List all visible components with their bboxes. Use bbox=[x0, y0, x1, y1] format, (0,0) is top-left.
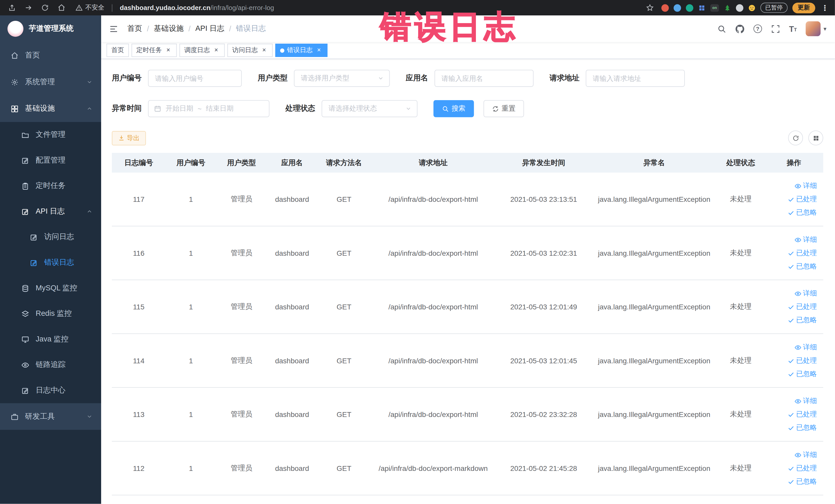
sidebar-item-link-tracing[interactable]: 链路追踪 bbox=[0, 352, 101, 378]
tab-error-log[interactable]: 错误日志 × bbox=[276, 44, 328, 57]
sidebar-item-label: 访问日志 bbox=[44, 232, 74, 242]
process-status-select[interactable]: 请选择处理状态 bbox=[322, 100, 418, 117]
action-detail[interactable]: 详细 bbox=[794, 181, 817, 190]
close-icon[interactable]: × bbox=[212, 47, 220, 54]
extension-icon[interactable] bbox=[724, 4, 731, 12]
action-ignored[interactable]: 已忽略 bbox=[788, 262, 817, 271]
user-type-select[interactable]: 请选择用户类型 bbox=[294, 70, 390, 87]
edit-icon bbox=[30, 259, 38, 266]
close-icon[interactable]: × bbox=[260, 47, 268, 54]
tab-home[interactable]: 首页 bbox=[106, 44, 129, 57]
sidebar-item-mysql-monitor[interactable]: MySQL 监控 bbox=[0, 276, 101, 301]
breadcrumb-item[interactable]: 基础设施 bbox=[154, 24, 184, 33]
action-detail[interactable]: 详细 bbox=[794, 343, 817, 352]
breadcrumb-separator bbox=[147, 24, 149, 33]
forward-icon[interactable] bbox=[24, 4, 32, 12]
extension-icon[interactable] bbox=[698, 4, 706, 12]
extension-icon-on[interactable]: on bbox=[710, 4, 719, 12]
refresh-table-button[interactable] bbox=[788, 130, 803, 145]
tab-label: 首页 bbox=[111, 46, 124, 55]
breadcrumb-item[interactable]: 首页 bbox=[127, 24, 142, 33]
close-icon[interactable]: × bbox=[315, 47, 323, 54]
fullscreen-icon[interactable] bbox=[771, 24, 780, 33]
action-detail[interactable]: 详细 bbox=[794, 396, 817, 406]
action-detail[interactable]: 详细 bbox=[794, 450, 817, 460]
extension-icon[interactable] bbox=[674, 4, 681, 12]
sidebar-item-config-management[interactable]: 配置管理 bbox=[0, 148, 101, 173]
action-processed[interactable]: 已处理 bbox=[788, 194, 817, 204]
tab-scheduled-tasks[interactable]: 定时任务 × bbox=[131, 44, 177, 57]
tab-schedule-log[interactable]: 调度日志 × bbox=[179, 44, 225, 57]
extension-icon[interactable] bbox=[661, 4, 669, 12]
paused-badge[interactable]: 已暂停 bbox=[760, 3, 788, 13]
action-processed[interactable]: 已处理 bbox=[788, 248, 817, 258]
cell-method: GET bbox=[317, 303, 370, 311]
search-button[interactable]: 搜索 bbox=[433, 100, 474, 117]
home-icon[interactable] bbox=[58, 4, 65, 12]
sidebar-item-home[interactable]: 首页 bbox=[0, 42, 101, 69]
request-url-input[interactable] bbox=[586, 70, 685, 87]
action-processed[interactable]: 已处理 bbox=[788, 356, 817, 365]
action-detail[interactable]: 详细 bbox=[794, 288, 817, 298]
cell-exception-time: 2021-05-03 23:13:51 bbox=[496, 195, 591, 203]
sidebar-item-access-log[interactable]: 访问日志 bbox=[0, 224, 101, 250]
sidebar-item-file-management[interactable]: 文件管理 bbox=[0, 122, 101, 148]
update-button[interactable]: 更新 bbox=[792, 2, 815, 13]
sidebar-item-log-center[interactable]: 日志中心 bbox=[0, 378, 101, 403]
action-processed[interactable]: 已处理 bbox=[788, 302, 817, 311]
font-size-glyph: T bbox=[794, 27, 797, 33]
action-processed[interactable]: 已处理 bbox=[788, 409, 817, 419]
reload-icon[interactable] bbox=[41, 4, 49, 12]
action-ignored[interactable]: 已忽略 bbox=[788, 477, 817, 486]
eye-icon bbox=[794, 344, 801, 351]
sidebar-item-scheduled-tasks[interactable]: 定时任务 bbox=[0, 173, 101, 199]
action-label: 详细 bbox=[803, 288, 817, 298]
action-label: 已处理 bbox=[796, 194, 817, 204]
action-processed[interactable]: 已处理 bbox=[788, 463, 817, 473]
tab-access-log[interactable]: 访问日志 × bbox=[227, 44, 272, 57]
security-indicator[interactable]: 不安全 bbox=[76, 3, 104, 12]
url-bar[interactable]: dashboard.yudao.iocoder.cn/infra/log/api… bbox=[120, 4, 274, 12]
sidebar-item-infrastructure[interactable]: 基础设施 bbox=[0, 95, 101, 122]
exception-time-range-picker[interactable]: 开始日期 ~ 结束日期 bbox=[148, 100, 269, 117]
sidebar-item-dev-tools[interactable]: 研发工具 bbox=[0, 403, 101, 430]
cell-exception-name: java.lang.IllegalArgumentException bbox=[592, 464, 717, 472]
action-detail[interactable]: 详细 bbox=[794, 235, 817, 244]
breadcrumb-item[interactable]: API 日志 bbox=[195, 24, 224, 33]
search-icon[interactable] bbox=[717, 24, 726, 33]
export-button[interactable]: 导出 bbox=[112, 131, 146, 145]
action-ignored[interactable]: 已忽略 bbox=[788, 369, 817, 379]
action-ignored[interactable]: 已忽略 bbox=[788, 423, 817, 432]
user-id-input[interactable] bbox=[148, 70, 242, 87]
cell-app-name: dashboard bbox=[267, 303, 317, 311]
hamburger-icon[interactable] bbox=[108, 24, 119, 34]
font-size-icon[interactable]: T T bbox=[789, 25, 797, 33]
extension-icon[interactable] bbox=[736, 4, 744, 12]
action-ignored[interactable]: 已忽略 bbox=[788, 208, 817, 217]
sidebar-item-label: 配置管理 bbox=[36, 156, 65, 165]
sidebar-item-label: API 日志 bbox=[36, 207, 65, 216]
url-path: /infra/log/api-error-log bbox=[210, 4, 274, 12]
sidebar-item-system-management[interactable]: 系统管理 bbox=[0, 69, 101, 96]
share-icon[interactable] bbox=[8, 4, 16, 12]
sidebar-item-label: 链路追踪 bbox=[36, 360, 65, 369]
sidebar-item-java-monitor[interactable]: Java 监控 bbox=[0, 327, 101, 352]
help-icon[interactable]: ? bbox=[753, 24, 762, 33]
app-name-input[interactable] bbox=[434, 70, 534, 87]
tab-label: 定时任务 bbox=[136, 46, 162, 55]
column-settings-button[interactable] bbox=[808, 130, 823, 145]
user-menu[interactable]: ▾ bbox=[806, 21, 827, 36]
extension-icon[interactable] bbox=[686, 4, 693, 12]
browser-menu-icon[interactable]: ⋮ bbox=[820, 3, 830, 12]
sidebar-item-error-log[interactable]: 错误日志 bbox=[0, 250, 101, 276]
close-icon[interactable]: × bbox=[165, 47, 172, 54]
reset-button[interactable]: 重置 bbox=[484, 100, 524, 117]
cell-exception-name: java.lang.IllegalArgumentException bbox=[592, 410, 717, 418]
github-icon[interactable] bbox=[735, 24, 744, 33]
bookmark-star-icon[interactable] bbox=[646, 4, 654, 12]
refresh-icon bbox=[792, 135, 799, 141]
emoji-extension-icon[interactable] bbox=[748, 4, 756, 12]
sidebar-item-api-log[interactable]: API 日志 bbox=[0, 199, 101, 224]
action-ignored[interactable]: 已忽略 bbox=[788, 315, 817, 325]
sidebar-item-redis-monitor[interactable]: Redis 监控 bbox=[0, 301, 101, 327]
